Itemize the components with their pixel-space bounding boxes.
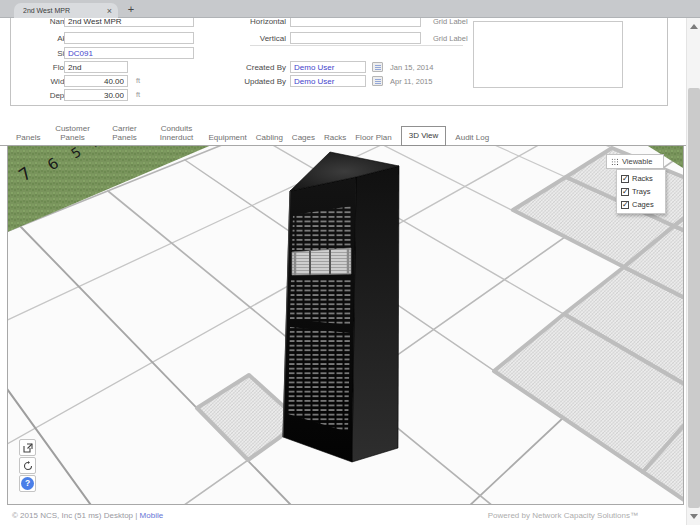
rack-labels-middle — [290, 280, 351, 325]
horizontal-grid-label: Grid Label — [433, 17, 468, 26]
new-tab-icon[interactable]: + — [124, 3, 138, 15]
server-rack-3d[interactable] — [283, 152, 399, 462]
checkbox-checked-icon[interactable]: ✓ — [621, 175, 629, 183]
rack-side-face — [352, 166, 399, 462]
footer-divider: | — [135, 511, 137, 520]
user-lookup-icon[interactable] — [372, 76, 383, 86]
open-external-button[interactable] — [19, 439, 36, 456]
tab-close-icon[interactable]: × — [107, 7, 112, 15]
refresh-view-button[interactable] — [19, 457, 36, 474]
tab-cages[interactable]: Cages — [292, 133, 315, 142]
horizontal-label: Horizontal — [250, 17, 286, 26]
width-unit: ft — [136, 76, 140, 85]
depth-unit: ft — [136, 90, 140, 99]
help-icon: ? — [21, 477, 34, 490]
description-textarea[interactable] — [473, 21, 623, 88]
updated-date: Apr 11, 2015 — [390, 77, 432, 86]
site-input[interactable] — [64, 47, 194, 59]
viewable-item-trays[interactable]: ✓ Trays — [617, 185, 665, 198]
browser-tab[interactable]: 2nd West MPR × — [14, 3, 118, 18]
viewable-menu: ✓ Racks ✓ Trays ✓ Cages — [616, 169, 666, 214]
viewable-menu-title: Viewable — [622, 157, 652, 166]
created-date: Jan 15, 2014 — [390, 63, 433, 72]
updated-by-input[interactable] — [290, 75, 366, 87]
tab-carrier-panels[interactable]: Carrier Panels — [104, 124, 144, 142]
vertical-input[interactable] — [290, 32, 421, 44]
viewable-menu-button[interactable]: Viewable — [606, 154, 664, 169]
viewable-item-cages[interactable]: ✓ Cages — [617, 198, 665, 211]
status-bar: © 2015 NCS, Inc (51 ms) Desktop | Mobile… — [0, 505, 700, 525]
app-window: { "browser": { "tab_title": "2nd West MP… — [0, 0, 700, 525]
user-lookup-icon[interactable] — [372, 62, 383, 72]
rack-tray-equipment — [292, 248, 351, 275]
depth-input[interactable] — [64, 89, 128, 101]
floor-input[interactable] — [64, 61, 128, 73]
tab-3d-view[interactable]: 3D View — [401, 126, 447, 146]
page-scrollbar[interactable] — [686, 18, 700, 525]
viewable-item-racks[interactable]: ✓ Racks — [617, 172, 665, 185]
tab-equipment[interactable]: Equipment — [208, 133, 246, 142]
tab-racks[interactable]: Racks — [324, 133, 346, 142]
refresh-icon — [23, 461, 33, 471]
grid-dots-icon — [611, 158, 618, 165]
scroll-down-icon[interactable] — [690, 514, 698, 519]
tab-floor-plan[interactable]: Floor Plan — [355, 133, 391, 142]
powered-by-text: Powered by Network Capacity Solutions™ — [488, 511, 638, 520]
tab-panels[interactable]: Panels — [16, 133, 40, 142]
scene-toolbar: ? — [19, 439, 36, 492]
viewable-item-label: Racks — [632, 174, 653, 183]
created-by-label: Created By — [246, 63, 286, 72]
scroll-up-icon[interactable] — [690, 24, 698, 29]
checkbox-checked-icon[interactable]: ✓ — [621, 201, 629, 209]
width-input[interactable] — [64, 75, 128, 87]
3d-scene[interactable]: 7 6 5 4 — [8, 146, 683, 504]
section-tab-bar: Panels Customer Panels Carrier Panels Co… — [0, 118, 700, 146]
tab-audit-log[interactable]: Audit Log — [455, 133, 489, 142]
updated-by-label: Updated By — [244, 77, 286, 86]
floor-3d-svg: 7 6 5 4 — [8, 146, 683, 504]
viewable-item-label: Cages — [632, 200, 654, 209]
vertical-label: Vertical — [260, 34, 286, 43]
browser-tab-title: 2nd West MPR — [23, 7, 107, 14]
copyright-text: © 2015 NCS, Inc (51 ms) Desktop — [12, 511, 133, 520]
tab-conduits-innerduct[interactable]: Conduits Innerduct — [153, 124, 199, 142]
browser-tab-strip: 2nd West MPR × + — [0, 0, 700, 18]
scrollbar-thumb[interactable] — [688, 88, 700, 508]
created-by-input[interactable] — [290, 61, 366, 73]
form-divider — [250, 45, 463, 46]
3d-viewport: 7 6 5 4 — [7, 145, 684, 505]
rack-labels-bottom — [288, 327, 350, 432]
mobile-link[interactable]: Mobile — [140, 511, 164, 520]
tab-customer-panels[interactable]: Customer Panels — [49, 124, 95, 142]
checkbox-checked-icon[interactable]: ✓ — [621, 188, 629, 196]
viewable-item-label: Trays — [632, 187, 650, 196]
tab-cabling[interactable]: Cabling — [256, 133, 283, 142]
help-button[interactable]: ? — [19, 475, 36, 492]
aka-input[interactable] — [64, 32, 194, 44]
vertical-grid-label: Grid Label — [433, 34, 468, 43]
external-link-icon — [23, 443, 33, 453]
